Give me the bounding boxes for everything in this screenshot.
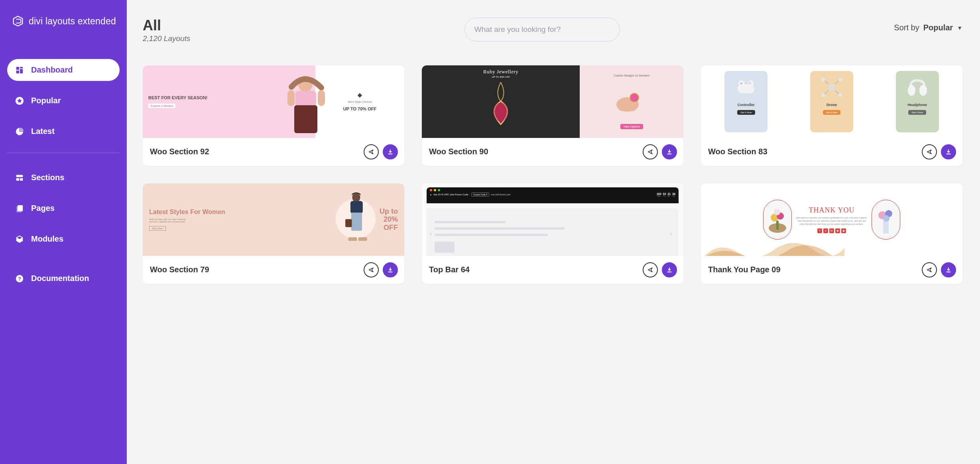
svg-text:?: ? bbox=[18, 275, 21, 281]
sidebar-item-label: Modules bbox=[31, 234, 63, 244]
svg-point-30 bbox=[838, 93, 842, 97]
layout-card[interactable]: Ruby Jewellery UP TO 20% OFF Custom Desi… bbox=[422, 65, 683, 166]
svg-point-28 bbox=[838, 77, 842, 81]
sort-value: Popular bbox=[923, 23, 953, 32]
svg-rect-15 bbox=[287, 90, 295, 106]
page-subtitle: 2,120 Layouts bbox=[143, 34, 190, 43]
sidebar: divi layouts extended Dashboard Popular … bbox=[0, 0, 127, 464]
svg-point-47 bbox=[883, 215, 889, 222]
layout-thumbnail: ✦ Get 15 % OFF, Use Promo Code : Coupon … bbox=[422, 183, 683, 256]
svg-point-32 bbox=[919, 85, 927, 96]
svg-rect-37 bbox=[358, 237, 367, 241]
sidebar-item-pages[interactable]: Pages bbox=[7, 197, 120, 219]
svg-point-25 bbox=[740, 82, 743, 85]
svg-rect-14 bbox=[294, 105, 317, 133]
svg-point-42 bbox=[774, 209, 780, 215]
dashboard-icon bbox=[15, 66, 24, 75]
sidebar-item-label: Sections bbox=[31, 173, 64, 182]
svg-rect-35 bbox=[351, 212, 362, 230]
svg-point-33 bbox=[352, 193, 360, 202]
preview-button[interactable] bbox=[643, 144, 658, 159]
svg-rect-16 bbox=[318, 90, 325, 106]
preview-button[interactable] bbox=[364, 262, 379, 277]
svg-rect-38 bbox=[348, 237, 357, 241]
download-button[interactable] bbox=[662, 262, 677, 277]
download-button[interactable] bbox=[383, 262, 398, 277]
layout-thumbnail: Ruby Jewellery UP TO 20% OFF Custom Desi… bbox=[422, 65, 683, 138]
svg-rect-0 bbox=[16, 67, 19, 69]
layout-title: Woo Section 92 bbox=[150, 147, 209, 156]
sidebar-item-label: Popular bbox=[31, 96, 61, 105]
brand-text: divi layouts extended bbox=[29, 16, 116, 27]
sidebar-divider bbox=[7, 153, 120, 153]
sort-label: Sort by bbox=[894, 23, 919, 32]
svg-rect-26 bbox=[828, 84, 834, 90]
layout-title: Thank You Page 09 bbox=[708, 265, 781, 274]
layout-thumbnail: BEST FOR EVERY SEASON! Explore Collectio… bbox=[143, 65, 404, 138]
help-icon: ? bbox=[15, 274, 24, 283]
sidebar-item-label: Pages bbox=[31, 204, 55, 213]
brand-icon bbox=[12, 15, 24, 27]
preview-button[interactable] bbox=[922, 262, 937, 277]
svg-rect-3 bbox=[16, 70, 19, 73]
layout-grid: BEST FOR EVERY SEASON! Explore Collectio… bbox=[143, 65, 962, 284]
sidebar-item-latest[interactable]: Latest bbox=[7, 120, 120, 142]
svg-rect-2 bbox=[20, 69, 23, 73]
sections-icon bbox=[15, 173, 24, 182]
sidebar-item-documentation[interactable]: ? Documentation bbox=[7, 267, 120, 289]
download-button[interactable] bbox=[941, 144, 956, 159]
layout-thumbnail: Latest Styles For Women Stay the day wit… bbox=[143, 183, 404, 256]
main-content: All 2,120 Layouts Sort by Popular ▼ BEST… bbox=[127, 0, 980, 464]
chevron-down-icon: ▼ bbox=[957, 25, 962, 31]
sidebar-item-label: Latest bbox=[31, 127, 55, 136]
layout-thumbnail: Controller Get It Now Drone Get It Now H… bbox=[701, 65, 962, 138]
title-block: All 2,120 Layouts bbox=[143, 18, 190, 43]
layout-thumbnail: THANK YOU We want to express our sincere… bbox=[701, 183, 962, 256]
sidebar-item-label: Dashboard bbox=[31, 65, 73, 75]
svg-point-29 bbox=[821, 93, 825, 97]
svg-rect-36 bbox=[345, 219, 352, 227]
svg-rect-7 bbox=[20, 178, 23, 180]
layout-title: Woo Section 90 bbox=[429, 147, 488, 156]
pie-icon bbox=[15, 127, 24, 136]
preview-button[interactable] bbox=[922, 144, 937, 159]
preview-button[interactable] bbox=[364, 144, 379, 159]
cube-icon bbox=[15, 235, 24, 244]
layout-card[interactable]: BEST FOR EVERY SEASON! Explore Collectio… bbox=[143, 65, 404, 166]
sidebar-item-label: Documentation bbox=[31, 274, 89, 283]
svg-point-17 bbox=[494, 102, 508, 122]
sidebar-item-sections[interactable]: Sections bbox=[7, 167, 120, 189]
svg-point-27 bbox=[821, 77, 825, 81]
sidebar-item-popular[interactable]: Popular bbox=[7, 90, 120, 112]
sidebar-item-dashboard[interactable]: Dashboard bbox=[7, 59, 120, 81]
download-button[interactable] bbox=[662, 144, 677, 159]
sort-dropdown[interactable]: Sort by Popular ▼ bbox=[894, 23, 962, 32]
svg-rect-1 bbox=[20, 67, 23, 68]
download-button[interactable] bbox=[941, 262, 956, 277]
download-button[interactable] bbox=[383, 144, 398, 159]
svg-rect-13 bbox=[295, 91, 316, 107]
brand-logo: divi layouts extended bbox=[7, 15, 120, 27]
header: All 2,120 Layouts Sort by Popular ▼ bbox=[143, 18, 962, 43]
svg-rect-44 bbox=[883, 220, 889, 234]
svg-rect-43 bbox=[776, 221, 779, 230]
sidebar-item-modules[interactable]: Modules bbox=[7, 228, 120, 250]
pages-icon bbox=[15, 204, 24, 213]
svg-rect-9 bbox=[18, 205, 23, 211]
svg-rect-34 bbox=[350, 201, 363, 213]
preview-button[interactable] bbox=[643, 262, 658, 277]
layout-card[interactable]: THANK YOU We want to express our sincere… bbox=[701, 183, 962, 284]
layout-card[interactable]: ✦ Get 15 % OFF, Use Promo Code : Coupon … bbox=[422, 183, 683, 284]
layout-card[interactable]: Latest Styles For Women Stay the day wit… bbox=[143, 183, 404, 284]
svg-rect-6 bbox=[16, 178, 19, 180]
page-title: All bbox=[143, 18, 190, 33]
layout-card[interactable]: Controller Get It Now Drone Get It Now H… bbox=[701, 65, 962, 166]
svg-rect-5 bbox=[16, 175, 23, 177]
svg-point-31 bbox=[907, 85, 915, 96]
layout-title: Woo Section 79 bbox=[150, 265, 209, 274]
layout-title: Woo Section 83 bbox=[708, 147, 767, 156]
search-input[interactable] bbox=[464, 18, 620, 41]
star-icon bbox=[15, 96, 24, 105]
layout-title: Top Bar 64 bbox=[429, 265, 470, 274]
